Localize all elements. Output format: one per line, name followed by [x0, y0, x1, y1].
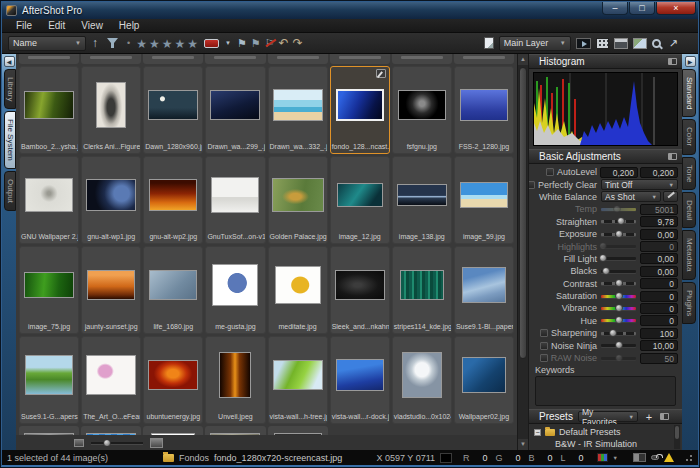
hue-slider-handle[interactable]: [615, 316, 623, 324]
thumbnail-cell[interactable]: GnuTuxSof...on-v1.jpg: [205, 156, 265, 244]
autolevel-black-value[interactable]: 0,200: [600, 167, 638, 178]
thumbnail-cell[interactable]: Wallpaper02.jpg: [454, 336, 514, 424]
thumbnail-cell-partial[interactable]: [81, 426, 141, 435]
sharpening-value[interactable]: 100: [640, 328, 678, 339]
thumbnail-cell-partial[interactable]: [81, 54, 141, 64]
white-balance-select[interactable]: As Shot ▼: [601, 191, 661, 202]
thumbnail-cell[interactable]: gnu-alt-wp1.jpg: [81, 156, 141, 244]
thumbnail-cell[interactable]: life_1680.jpg: [143, 246, 203, 334]
thumbnail-cell[interactable]: gnu-alt-wp2.jpg: [143, 156, 203, 244]
resize-grip[interactable]: [685, 454, 693, 462]
thumbnail-cell-partial[interactable]: [330, 54, 390, 64]
thumbnail-cell-partial[interactable]: [454, 54, 514, 64]
star-icon[interactable]: ★: [149, 37, 162, 51]
dual-view-icon[interactable]: [633, 453, 646, 462]
fullscreen-icon[interactable]: ↗: [669, 37, 678, 50]
straighten-slider[interactable]: [601, 220, 636, 223]
preset-folder-row[interactable]: − Default Presets: [534, 426, 673, 438]
warning-icon[interactable]: [664, 453, 674, 462]
thumbnail-cell[interactable]: image_138.jpg: [392, 156, 452, 244]
saturation-value[interactable]: 0: [640, 291, 678, 302]
blacks-value[interactable]: 0,00: [640, 266, 678, 277]
saturation-slider-handle[interactable]: [615, 292, 623, 300]
temp-value[interactable]: 5001: [640, 204, 678, 215]
thumbnail-cell[interactable]: FSS-2_1280.jpg: [454, 66, 514, 154]
fill-light-value[interactable]: 0,00: [640, 253, 678, 264]
temp-slider[interactable]: [601, 208, 636, 211]
panel-collapse-icon[interactable]: ◀: [4, 56, 15, 67]
versions-icon[interactable]: [484, 37, 494, 49]
minimize-button[interactable]: –: [602, 2, 628, 15]
thumbnail-cell[interactable]: image_75.jpg: [19, 246, 79, 334]
slideshow-icon[interactable]: [576, 38, 591, 49]
rotate-left-icon[interactable]: ↶: [279, 36, 289, 50]
panel-collapse-icon[interactable]: ▶: [685, 56, 696, 67]
maximize-button[interactable]: □: [629, 2, 655, 15]
thumbnail-cell-partial[interactable]: [19, 426, 79, 435]
thumbnail-cell-partial[interactable]: [143, 426, 203, 435]
thumbnail-cell[interactable]: The_Art_O...eFear.jpg: [81, 336, 141, 424]
filter-icon[interactable]: [104, 37, 121, 49]
tab-output[interactable]: Output: [4, 171, 16, 211]
chevron-down-icon[interactable]: ▼: [613, 455, 618, 461]
thumbnail-cell[interactable]: meditate.jpg: [268, 246, 328, 334]
noise-ninja-slider-handle[interactable]: [615, 341, 623, 349]
thumbnail-cell-partial[interactable]: [268, 54, 328, 64]
pin-icon[interactable]: [668, 58, 677, 65]
sharpening-checkbox[interactable]: [540, 329, 548, 337]
straighten-slider-handle[interactable]: [617, 217, 625, 225]
pin-icon[interactable]: [668, 153, 677, 160]
thumbnail-cell[interactable]: ubuntuenergy.jpg: [143, 336, 203, 424]
thumbnail-cell[interactable]: Clerks Ani...Figure.jpg: [81, 66, 141, 154]
autolevel-white-value[interactable]: 0,200: [640, 167, 678, 178]
thumbnail-cell[interactable]: jaunty-sunset.jpg: [81, 246, 141, 334]
noise-ninja-checkbox[interactable]: [540, 342, 548, 350]
thumbnail-cell[interactable]: GNU Wallpaper 2.jpg: [19, 156, 79, 244]
star-icon[interactable]: ★: [136, 37, 149, 51]
tab-color[interactable]: Color: [682, 119, 696, 154]
star-icon[interactable]: ★: [162, 37, 175, 51]
thumbnail-cell[interactable]: stripes114_kde.jpg: [392, 246, 452, 334]
blacks-slider[interactable]: [601, 270, 636, 273]
lock-toggle[interactable]: [651, 455, 659, 460]
thumb-size-large-icon[interactable]: [150, 438, 163, 448]
presets-scrollbar[interactable]: [674, 425, 680, 449]
raw-noise-slider[interactable]: [601, 357, 636, 360]
noise-ninja-value[interactable]: 10,00: [640, 340, 678, 351]
thumbnail-cell[interactable]: Drawn_wa...299_.jpg: [205, 66, 265, 154]
highlights-slider[interactable]: [601, 245, 636, 248]
thumbnail-cell[interactable]: Suse9.1-Bl...papers.jpg: [454, 246, 514, 334]
layer-select[interactable]: Main Layer ▼: [499, 36, 571, 51]
straighten-value[interactable]: 9,78: [640, 216, 678, 227]
thumbnail-cell-partial[interactable]: [268, 426, 328, 435]
picked-flag-icon[interactable]: ⚑: [251, 37, 261, 50]
thumb-size-slider[interactable]: [91, 442, 143, 444]
fill-light-slider[interactable]: [601, 257, 636, 260]
thumbnail-cell[interactable]: image_59.jpg: [454, 156, 514, 244]
contrast-slider-handle[interactable]: [615, 279, 623, 287]
tab-standard[interactable]: Standard: [682, 69, 696, 117]
keywords-input[interactable]: [535, 376, 676, 406]
noise-ninja-slider[interactable]: [601, 344, 636, 347]
exposure-slider[interactable]: [601, 233, 636, 236]
star-icon[interactable]: ★: [174, 37, 187, 51]
color-label-swatch[interactable]: [204, 39, 219, 48]
menu-help[interactable]: Help: [111, 20, 148, 31]
vibrance-slider[interactable]: [601, 307, 636, 310]
exposure-slider-handle[interactable]: [615, 230, 623, 238]
hue-value[interactable]: 0: [640, 315, 678, 326]
autolevel-checkbox[interactable]: [546, 168, 554, 176]
raw-noise-slider-handle[interactable]: [615, 354, 623, 362]
tab-metadata[interactable]: Metadata: [682, 230, 696, 279]
thumbnail-cell-partial[interactable]: [19, 54, 79, 64]
pin-icon[interactable]: [660, 413, 669, 420]
tab-file-system[interactable]: File System: [4, 111, 16, 169]
thumbnail-cell[interactable]: Golden Palace.jpg: [268, 156, 328, 244]
star-icon[interactable]: ★: [187, 37, 200, 51]
highlights-slider-handle[interactable]: [599, 242, 607, 250]
scrollbar-thumb[interactable]: [519, 67, 527, 359]
close-button[interactable]: ×: [656, 2, 696, 15]
collapse-box-icon[interactable]: −: [534, 429, 541, 436]
menu-view[interactable]: View: [73, 20, 111, 31]
rotate-right-icon[interactable]: ↷: [293, 36, 303, 50]
